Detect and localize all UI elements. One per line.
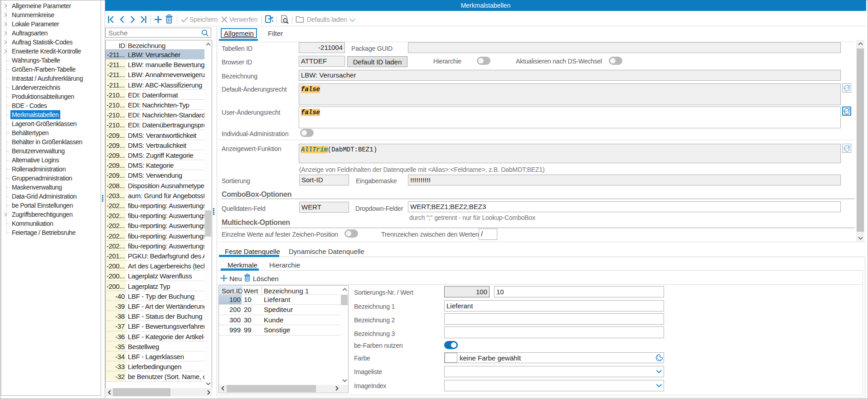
svg-text:</>: </>	[844, 147, 849, 151]
svg-text:</>: </>	[844, 110, 849, 113]
svg-text:</>: </>	[844, 87, 849, 90]
